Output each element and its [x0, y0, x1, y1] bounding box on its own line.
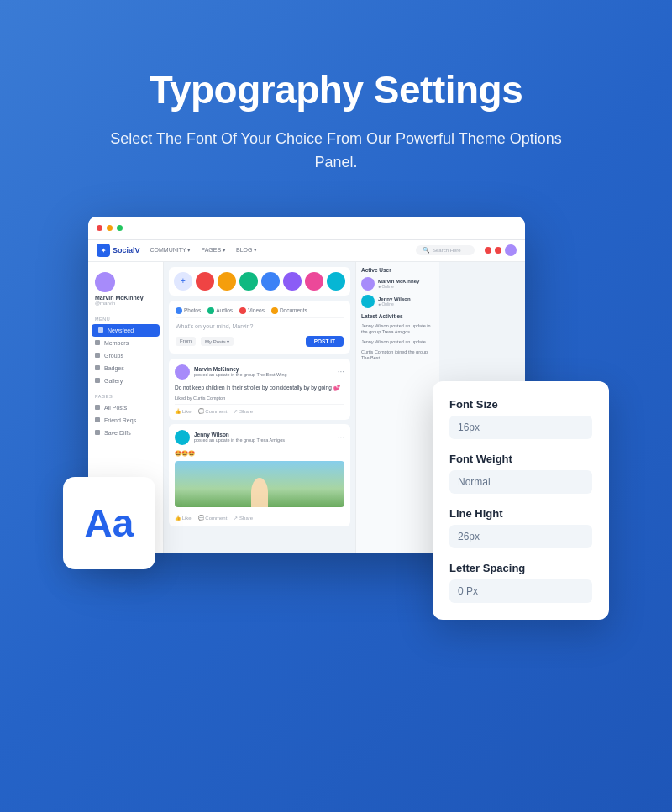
post-2-avatar: [175, 430, 190, 445]
nav-logo-text: SocialV: [113, 246, 140, 254]
post-1-avatar: [175, 364, 190, 380]
sidebar-item-badges[interactable]: Badges: [88, 362, 163, 375]
composer-selects: From My Posts ▾: [176, 337, 234, 346]
post-1-comment-btn[interactable]: 💬 Comment: [198, 408, 228, 414]
sidebar-user-role: @marvin: [95, 301, 156, 306]
my-posts-select[interactable]: My Posts ▾: [201, 337, 234, 346]
activity-2: Jenny Wilson posted an update: [361, 339, 434, 345]
feed-post-1: Marvin McKinney posted an update in the …: [169, 359, 350, 420]
sidebar-item-newsfeed[interactable]: Newsfeed: [92, 324, 160, 337]
sidebar-dot-gallery: [95, 378, 100, 383]
sidebar-user: Marvin McKinney @marvin: [88, 269, 163, 309]
active-user-2-name: Jenny Wilson: [378, 296, 411, 301]
sidebar-item-friendreqs[interactable]: Friend Reqs: [88, 414, 163, 427]
post-2-actions: 👍 Like 💬 Comment ↗ Share: [175, 511, 344, 521]
composer-tab-audios[interactable]: Audios: [207, 307, 233, 314]
composer-placeholder[interactable]: What's on your mind, Marvin?: [176, 323, 344, 329]
message-icon[interactable]: [495, 247, 501, 254]
active-user-2: Jenny Wilson ● Online: [361, 295, 434, 308]
composer-footer: From My Posts ▾ POST IT: [176, 336, 344, 347]
post-image-figure: [251, 478, 268, 507]
post-2-like-btn[interactable]: 👍 Like: [175, 515, 192, 521]
close-dot: [97, 225, 102, 231]
sidebar-item-members[interactable]: Members: [88, 337, 163, 349]
post-2-comment-btn[interactable]: 💬 Comment: [198, 515, 228, 521]
composer-tab-documents[interactable]: Documents: [271, 307, 307, 314]
post-1-share-btn[interactable]: ↗ Share: [234, 408, 253, 414]
sidebar-dot-newsfeed: [98, 327, 103, 333]
story-avatar-3[interactable]: [239, 272, 258, 291]
post-button[interactable]: POST IT: [306, 336, 344, 347]
sidebar-dot-friendreqs: [95, 417, 100, 422]
post-1-more[interactable]: ···: [338, 368, 344, 376]
notification-icon[interactable]: [485, 247, 491, 254]
nav-icons: [485, 244, 517, 256]
maximize-dot: [117, 225, 123, 231]
post-composer: Photos Audios Videos: [169, 301, 350, 354]
avatar-row: +: [169, 267, 350, 296]
sidebar-item-groups[interactable]: Groups: [88, 349, 163, 362]
nav-search[interactable]: 🔍 Search Here: [416, 245, 475, 255]
nav-community[interactable]: COMMUNITY ▾: [150, 247, 192, 254]
minimize-dot: [107, 225, 113, 231]
post-1-header: Marvin McKinney posted an update in the …: [175, 364, 344, 380]
composer-tab-videos[interactable]: Videos: [239, 307, 265, 314]
active-user-2-status: ● Online: [378, 301, 411, 306]
right-panel: Active User Marvin McKinney ● Online Jen…: [355, 262, 439, 553]
user-avatar-nav[interactable]: [505, 244, 517, 256]
letter-spacing-field: Letter Spacing 0 Px: [449, 562, 592, 603]
post-1-meta: Marvin McKinney posted an update in the …: [194, 366, 333, 377]
sidebar-item-allposts[interactable]: All Posts: [88, 401, 163, 414]
story-avatar-5[interactable]: [283, 272, 302, 291]
add-story-btn[interactable]: +: [174, 272, 192, 291]
search-placeholder: Search Here: [433, 248, 461, 253]
sidebar-item-gallery[interactable]: Gallery: [88, 375, 163, 387]
post-1-location: Liked by Curtis Compton: [175, 396, 344, 401]
line-height-label: Line Hight: [449, 507, 592, 520]
font-weight-field: Font Weight Normal: [449, 453, 592, 494]
story-avatar-1[interactable]: [196, 272, 214, 291]
story-avatar-2[interactable]: [218, 272, 236, 291]
composer-tab-photos[interactable]: Photos: [176, 307, 201, 314]
post-1-actions: 👍 Like 💬 Comment ↗ Share: [175, 404, 344, 414]
mockup-container: SocialV COMMUNITY ▾ PAGES ▾ BLOG ▾ 🔍 Sea…: [63, 217, 609, 620]
feed-area: + Photos: [164, 262, 355, 553]
top-nav: SocialV COMMUNITY ▾ PAGES ▾ BLOG ▾ 🔍 Sea…: [88, 240, 525, 262]
nav-blog[interactable]: BLOG ▾: [236, 247, 257, 254]
story-avatar-4[interactable]: [261, 272, 280, 291]
active-avatar-1: [361, 277, 375, 291]
aa-card: Aa: [63, 477, 155, 569]
post-2-share-btn[interactable]: ↗ Share: [234, 515, 253, 521]
active-user-2-info: Jenny Wilson ● Online: [378, 296, 411, 306]
sidebar-dot-savediffs: [95, 430, 100, 435]
story-avatar-7[interactable]: [327, 272, 345, 291]
post-2-meta: Jenny Wilson posted an update in the gro…: [194, 432, 333, 443]
nav-pages[interactable]: PAGES ▾: [202, 247, 227, 254]
from-select[interactable]: From: [176, 337, 196, 346]
activity-1: Jenny Wilson posted an update in the gro…: [361, 323, 434, 335]
sidebar-dot-badges: [95, 365, 100, 370]
story-avatar-6[interactable]: [305, 272, 323, 291]
activity-1-text: Jenny Wilson posted an update in the gro…: [361, 323, 434, 335]
font-weight-input[interactable]: Normal: [449, 470, 592, 494]
line-height-input[interactable]: 26px: [449, 525, 592, 548]
audios-icon: [207, 307, 214, 314]
post-2-more[interactable]: ···: [338, 433, 344, 442]
sidebar-item-savediffs[interactable]: Save Diffs: [88, 427, 163, 439]
sidebar-dot-allposts: [95, 405, 100, 410]
active-user-1-info: Marvin McKinney ● Online: [378, 279, 419, 289]
browser-bar: [88, 217, 525, 240]
active-user-1: Marvin McKinney ● Online: [361, 277, 434, 291]
post-1-like-btn[interactable]: 👍 Like: [175, 408, 192, 414]
activity-2-text: Jenny Wilson posted an update: [361, 339, 434, 345]
active-user-1-name: Marvin McKinney: [378, 279, 419, 284]
sidebar-user-name: Marvin McKinney: [95, 295, 156, 301]
post-1-action: posted an update in the group The Best W…: [194, 372, 333, 377]
font-size-input[interactable]: 16px: [449, 416, 592, 439]
post-2-header: Jenny Wilson posted an update in the gro…: [175, 430, 344, 445]
page-title: Typography Settings: [150, 67, 523, 113]
feed-post-2: Jenny Wilson posted an update in the gro…: [169, 424, 350, 526]
pages-section-label: PAGES: [88, 391, 163, 401]
font-weight-label: Font Weight: [449, 453, 592, 465]
letter-spacing-input[interactable]: 0 Px: [449, 579, 592, 603]
